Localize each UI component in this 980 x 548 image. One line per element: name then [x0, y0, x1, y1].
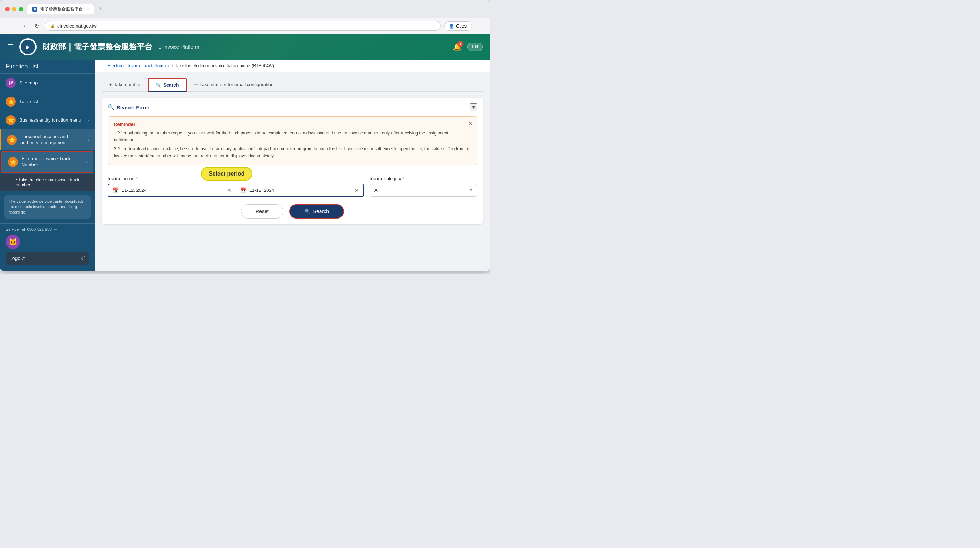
nav-bar: ← → ↻ 🔒 einvoice.nat.gov.tw 👤 Guest ⋮	[0, 18, 490, 34]
guest-button[interactable]: 👤 Guest	[444, 21, 472, 31]
function-list-label: Function List	[6, 63, 38, 70]
header-title-main: 財政部｜電子發票整合服務平台	[42, 41, 153, 52]
svg-text:財: 財	[26, 45, 30, 49]
sidebar: Function List — 🗺 Site map ⭐ To-do list …	[0, 60, 95, 271]
search-form-title-text: Search Form	[117, 105, 150, 111]
date-to-input[interactable]	[250, 187, 352, 193]
sidebar-sub-item-take-number[interactable]: Take the electronic invoice track number	[0, 174, 95, 191]
todo-icon: ⭐	[6, 97, 16, 106]
guest-icon: 👤	[449, 24, 454, 29]
logo-svg: 財	[22, 41, 33, 52]
reset-button[interactable]: Reset	[241, 204, 283, 219]
service-tel-number: 0800-521-988	[27, 227, 52, 232]
sidebar-item-todo[interactable]: ⭐ To-do list	[0, 92, 95, 111]
take-number-tab-icon: +	[109, 82, 112, 87]
header-icons: 🔔 1 EN	[453, 43, 483, 51]
more-options-button[interactable]: ⋮	[475, 22, 485, 30]
search-form-title-icon: 🔍	[108, 104, 115, 111]
invoice-category-label: Invoice category *	[370, 176, 477, 181]
reminder-close-button[interactable]: ✕	[468, 120, 473, 127]
reminder-line2: 2.After download invoice track file, be …	[114, 146, 471, 159]
url-security-icon: 🔒	[50, 24, 55, 28]
search-button[interactable]: 🔍 Search	[289, 204, 344, 219]
traffic-lights	[5, 7, 23, 11]
language-button[interactable]: EN	[468, 43, 483, 51]
tab-favicon: 📋	[32, 7, 37, 12]
date-separator: ~	[234, 187, 237, 194]
personnel-icon: ⭐	[7, 135, 17, 145]
logout-button[interactable]: Logout ⏎	[6, 252, 89, 265]
main-layout: Function List — 🗺 Site map ⭐ To-do list …	[0, 60, 490, 271]
breadcrumb-link-einvoice[interactable]: Electronic Invoice Track Number	[108, 63, 170, 68]
logout-icon: ⏎	[81, 256, 86, 261]
date-from-icon: 📅	[113, 187, 119, 193]
sidebar-item-label-sitemap: Site map	[19, 80, 89, 86]
date-to-icon: 📅	[240, 187, 247, 193]
search-form-collapse-button[interactable]: ▼	[470, 103, 477, 111]
tab-take-number-label: Take number	[114, 82, 141, 87]
main-content: ::: Electronic Invoice Track Number / Ta…	[95, 60, 490, 271]
tab-close-btn[interactable]: ✕	[86, 7, 89, 11]
header-logo-inner: 財	[21, 40, 35, 54]
sidebar-collapse-button[interactable]: —	[83, 63, 89, 70]
tab-title: 電子發票整合服務平台	[40, 6, 83, 12]
tab-search[interactable]: 🔍 Search	[148, 78, 186, 92]
notification-button[interactable]: 🔔 1	[453, 43, 462, 51]
browser-tab[interactable]: 📋 電子發票整合服務平台 ✕	[27, 3, 94, 14]
reminder-title: Reminder:	[114, 122, 471, 127]
app-header: ☰ 財 財政部｜電子發票整合服務平台 E-Invoice Platform 🔔 …	[0, 34, 490, 60]
tab-search-label: Search	[163, 82, 178, 87]
notification-badge: 1	[457, 41, 463, 47]
page-content: + Take number 🔍 Search ✏ Take number for…	[95, 72, 490, 230]
reminder-line1: 1.After submitting the number request, y…	[114, 130, 471, 143]
sidebar-item-personnel[interactable]: ⭐ Personnel account and authority manage…	[0, 129, 95, 150]
breadcrumb-separator: /	[172, 63, 173, 68]
date-from-input[interactable]	[122, 187, 224, 193]
traffic-light-close[interactable]	[5, 7, 10, 11]
tab-email-config-label: Take number for email configuration	[200, 82, 274, 87]
date-from-clear-button[interactable]: ✕	[227, 187, 231, 193]
date-range-input[interactable]: 📅 ✕ ~ 📅 ✕	[108, 184, 364, 197]
business-icon: ⭐	[6, 115, 16, 125]
sidebar-item-sitemap[interactable]: 🗺 Site map	[0, 74, 95, 92]
personnel-arrow-icon: ›	[88, 137, 89, 142]
search-form-header: 🔍 Search Form ▼	[108, 103, 477, 111]
search-button-icon: 🔍	[304, 208, 310, 214]
traffic-light-fullscreen[interactable]	[19, 7, 23, 11]
back-button[interactable]: ←	[5, 22, 15, 30]
tab-take-number[interactable]: + Take number	[102, 78, 148, 92]
sidebar-item-label-business: Business entity function menu	[19, 118, 84, 124]
invoice-category-required: *	[402, 176, 404, 181]
form-actions: Reset 🔍 Search	[108, 204, 477, 219]
sidebar-item-label-todo: To-do list	[19, 99, 89, 105]
reminder-box: ✕ Reminder: 1.After submitting the numbe…	[108, 116, 477, 165]
tabs: + Take number 🔍 Search ✏ Take number for…	[102, 78, 483, 92]
sidebar-item-einvoice[interactable]: ⭐ Electronic Invoice Track Number ›	[2, 151, 94, 173]
browser-toolbar: 📋 電子發票整合服務平台 ✕ +	[0, 0, 490, 18]
search-tab-icon: 🔍	[156, 83, 161, 87]
invoice-category-select[interactable]: All Category A Category B Category C	[370, 184, 477, 197]
service-tel-label: Service Tel	[6, 227, 25, 232]
tooltip-bubble: Select period	[201, 167, 252, 181]
header-menu-button[interactable]: ☰	[7, 43, 14, 51]
traffic-light-minimize[interactable]	[12, 7, 16, 11]
sidebar-item-label-personnel: Personnel account and authority manageme…	[21, 134, 84, 146]
einvoice-arrow-icon: ›	[86, 160, 87, 165]
invoice-period-label-text: Invoice period	[108, 176, 135, 181]
nav-actions: 👤 Guest ⋮	[444, 21, 485, 31]
search-form-card: 🔍 Search Form ▼ ✕ Reminder: 1.After subm…	[102, 98, 483, 224]
new-tab-button[interactable]: +	[97, 5, 104, 13]
user-avatar: 🐱	[6, 235, 20, 249]
date-to-clear-button[interactable]: ✕	[355, 187, 359, 193]
guest-label: Guest	[456, 24, 468, 29]
refresh-button[interactable]: ↻	[32, 22, 41, 30]
forward-button[interactable]: →	[19, 22, 29, 30]
phone-icon: ✏	[54, 227, 57, 232]
sidebar-item-business[interactable]: ⭐ Business entity function menu ›	[0, 111, 95, 129]
search-form-title: 🔍 Search Form	[108, 104, 150, 111]
app: ☰ 財 財政部｜電子發票整合服務平台 E-Invoice Platform 🔔 …	[0, 34, 490, 271]
tab-email-config[interactable]: ✏ Take number for email configuration	[187, 78, 281, 92]
browser-frame: 📋 電子發票整合服務平台 ✕ + ← → ↻ 🔒 einvoice.nat.go…	[0, 0, 490, 271]
header-title-sub: E-Invoice Platform	[158, 44, 199, 50]
url-bar[interactable]: 🔒 einvoice.nat.gov.tw	[45, 21, 441, 31]
